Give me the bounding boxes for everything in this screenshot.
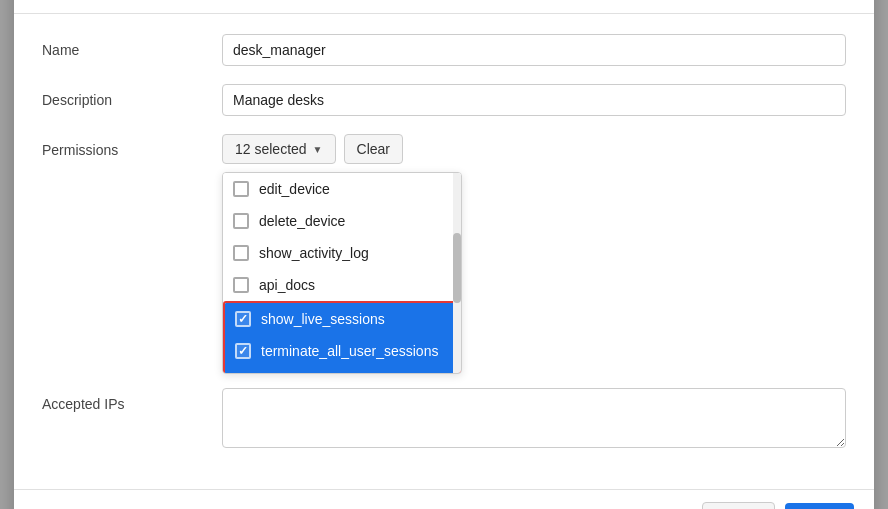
permission-item-terminate_all_user_sessions[interactable]: ✓ terminate_all_user_sessions (225, 335, 459, 367)
name-input[interactable] (222, 34, 846, 66)
checkbox-show_activity_log (233, 245, 249, 261)
permissions-dropdown: edit_device delete_device show_activity_… (222, 172, 462, 374)
footer-close-button[interactable]: Close (702, 502, 776, 509)
permissions-clear-button[interactable]: Clear (344, 134, 403, 164)
checkbox-edit_device (233, 181, 249, 197)
selected-count-label: 12 selected (235, 141, 307, 157)
checkmark-terminate_all_user_sessions: ✓ (238, 344, 248, 358)
accepted-ips-control (222, 388, 846, 451)
accepted-ips-row: Accepted IPs (42, 388, 846, 451)
permission-label-edit_device: edit_device (259, 181, 330, 197)
description-control (222, 84, 846, 116)
permission-item-terminate_current_session[interactable]: ✓ terminate_current_session (225, 367, 459, 373)
permissions-top: 12 selected ▼ Clear (222, 134, 846, 164)
description-input[interactable] (222, 84, 846, 116)
name-control (222, 34, 846, 66)
checkbox-api_docs (233, 277, 249, 293)
modal-overlay: Edit Role: desk_manager × Name Descripti… (0, 0, 888, 509)
permissions-select-button[interactable]: 12 selected ▼ (222, 134, 336, 164)
scrollbar-thumb[interactable] (453, 233, 461, 303)
edit-role-modal: Edit Role: desk_manager × Name Descripti… (14, 0, 874, 509)
name-label: Name (42, 34, 222, 58)
permissions-scroll-area[interactable]: edit_device delete_device show_activity_… (223, 173, 461, 373)
modal-footer: Close Save (14, 489, 874, 509)
permission-item-edit_device[interactable]: edit_device (223, 173, 461, 205)
permission-label-terminate_all_user_sessions: terminate_all_user_sessions (261, 343, 438, 359)
modal-header: Edit Role: desk_manager × (14, 0, 874, 14)
chevron-down-icon: ▼ (313, 144, 323, 155)
checkbox-show_live_sessions: ✓ (235, 311, 251, 327)
permissions-label: Permissions (42, 134, 222, 158)
accepted-ips-input[interactable] (222, 388, 846, 448)
permission-label-show_live_sessions: show_live_sessions (261, 311, 385, 327)
name-row: Name (42, 34, 846, 66)
permission-item-show_live_sessions[interactable]: ✓ show_live_sessions (225, 303, 459, 335)
permission-item-delete_device[interactable]: delete_device (223, 205, 461, 237)
checkbox-terminate_all_user_sessions: ✓ (235, 343, 251, 359)
permission-label-delete_device: delete_device (259, 213, 345, 229)
permissions-control: 12 selected ▼ Clear edit_device (222, 134, 846, 168)
permission-label-show_activity_log: show_activity_log (259, 245, 369, 261)
permission-item-show_activity_log[interactable]: show_activity_log (223, 237, 461, 269)
description-row: Description (42, 84, 846, 116)
permission-label-api_docs: api_docs (259, 277, 315, 293)
modal-body: Name Description Permissions 12 sel (14, 14, 874, 489)
permissions-row: Permissions 12 selected ▼ Clear (42, 134, 846, 168)
accepted-ips-label: Accepted IPs (42, 388, 222, 412)
footer-save-button[interactable]: Save (785, 503, 854, 509)
permission-item-api_docs[interactable]: api_docs (223, 269, 461, 301)
checkbox-delete_device (233, 213, 249, 229)
modal-close-button[interactable]: × (831, 0, 854, 1)
selected-permissions-group: ✓ show_live_sessions ✓ terminate_all_use… (223, 301, 461, 373)
checkmark-show_live_sessions: ✓ (238, 312, 248, 326)
scrollbar-track (453, 173, 461, 373)
description-label: Description (42, 84, 222, 108)
